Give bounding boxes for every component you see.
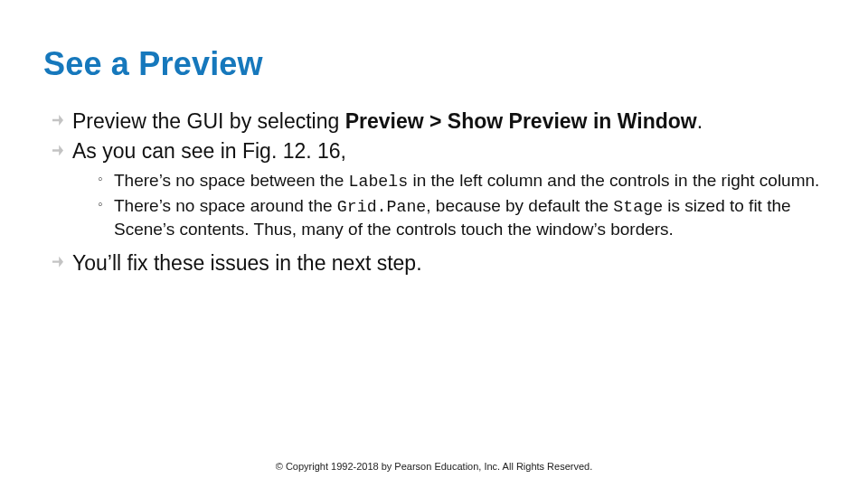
sub-bullet-item: There’s no space between the Labels in t… [98, 169, 825, 192]
bullet-text: Preview the GUI by selecting [72, 109, 345, 133]
code-text: Grid.Pane [337, 198, 426, 216]
copyright-footer: © Copyright 1992-2018 by Pearson Educati… [0, 461, 868, 472]
bullet-text: . [697, 109, 703, 133]
bullet-item: As you can see in Fig. 12. 16, There’s n… [52, 138, 825, 240]
bullet-bold: Preview > Show Preview in Window [345, 109, 697, 133]
bullet-text: As you can see in Fig. 12. 16, [72, 139, 346, 163]
bullet-item: You’ll fix these issues in the next step… [52, 250, 825, 277]
sub-bullet-item: There’s no space around the Grid.Pane, b… [98, 194, 825, 241]
sub-bullet-list: There’s no space between the Labels in t… [72, 169, 825, 241]
sub-text: in the left column and the controls in t… [408, 171, 819, 190]
sub-text: , because by default the [426, 196, 613, 215]
slide-title: See a Preview [43, 45, 825, 83]
bullet-text: You’ll fix these issues in the next step… [72, 251, 422, 275]
main-bullet-list: Preview the GUI by selecting Preview > S… [43, 108, 825, 277]
code-text: Labels [349, 173, 409, 191]
code-text: Stage [613, 198, 663, 216]
bullet-item: Preview the GUI by selecting Preview > S… [52, 108, 825, 135]
sub-text: There’s no space around the [114, 196, 337, 215]
sub-text: There’s no space between the [114, 171, 349, 190]
